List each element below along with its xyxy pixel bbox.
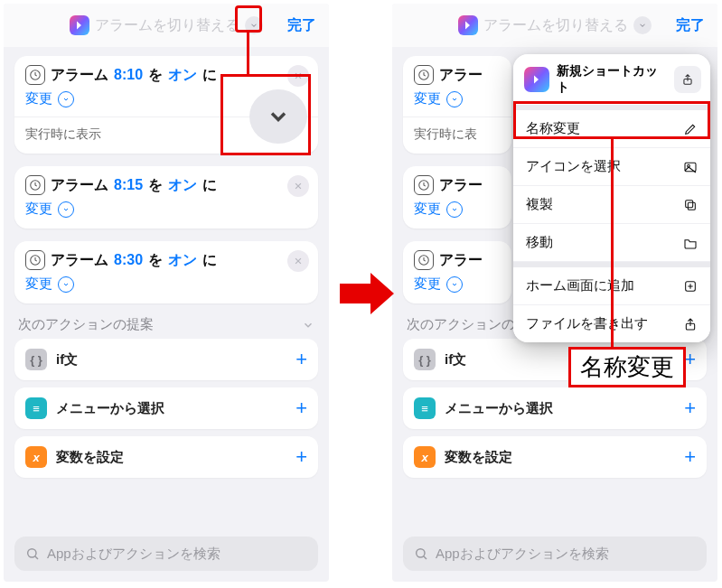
action-card[interactable]: アラーム 8:30 を オン に 変更 — [14, 241, 318, 303]
popover-title: 新規ショートカット — [557, 63, 667, 96]
editor-header: アラームを切り替える 完了 — [392, 4, 717, 47]
plus-icon: + — [295, 348, 307, 371]
action-card[interactable]: アラー 変更 — [403, 166, 511, 229]
chevron-down-icon — [446, 91, 463, 107]
clock-icon — [25, 250, 45, 270]
clock-icon — [414, 250, 434, 270]
svg-rect-12 — [688, 202, 695, 210]
suggestion-item[interactable]: { } if文 + — [14, 339, 318, 380]
highlight-connector — [611, 139, 614, 356]
suggestion-item[interactable]: x 変数を設定 + — [14, 436, 318, 478]
change-button[interactable]: 変更 — [414, 275, 501, 293]
action-card[interactable]: アラー 変更 — [403, 241, 511, 303]
delete-action-button[interactable] — [287, 175, 309, 197]
clock-icon — [414, 175, 434, 195]
share-icon — [683, 317, 698, 331]
shortcuts-app-icon — [524, 67, 549, 92]
pencil-icon — [683, 122, 698, 136]
suggestions-heading[interactable]: 次のアクションの提案 — [4, 303, 329, 339]
change-button[interactable]: 変更 — [25, 275, 307, 293]
image-icon — [683, 160, 698, 174]
action-list: アラーム 8:10 を オン に 変更 実行時に表示 アラーム 8 — [4, 47, 329, 303]
shortcut-title: アラームを切り替える — [95, 16, 239, 35]
search-icon — [414, 546, 428, 561]
search-field[interactable]: Appおよびアクションを検索 — [14, 537, 318, 571]
phone-right: アラームを切り替える 完了 アラー 変更 実行時に表 — [392, 4, 717, 582]
chevron-down-icon — [302, 319, 314, 331]
phone-left: アラームを切り替える 完了 アラーム 8:10 を — [4, 4, 329, 582]
variable-icon: x — [25, 446, 47, 468]
search-icon — [25, 546, 40, 561]
clock-icon — [414, 65, 434, 85]
delete-action-button[interactable] — [287, 250, 309, 272]
plus-icon: + — [295, 397, 307, 420]
done-button[interactable]: 完了 — [287, 4, 316, 47]
chevron-down-icon — [58, 276, 74, 293]
suggestion-item[interactable]: ≡ メニューから選択 + — [14, 387, 318, 429]
plus-icon: + — [684, 348, 696, 371]
shortcuts-app-icon — [458, 15, 478, 35]
svg-rect-10 — [685, 163, 696, 171]
variable-icon: x — [414, 446, 436, 468]
change-button[interactable]: 変更 — [414, 201, 501, 218]
plus-icon: + — [684, 397, 696, 420]
expand-chevron-button[interactable] — [249, 89, 307, 144]
search-field[interactable]: Appおよびアクションを検索 — [403, 537, 707, 571]
clock-icon — [25, 65, 45, 85]
highlight-connector — [247, 33, 249, 74]
suggestion-item[interactable]: ≡ メニューから選択 + — [403, 387, 707, 429]
chevron-down-icon — [58, 91, 74, 107]
svg-marker-4 — [340, 273, 394, 314]
title-chevron-button[interactable] — [633, 16, 652, 34]
chevron-down-icon — [58, 201, 74, 218]
if-icon: { } — [414, 349, 436, 370]
plus-box-icon — [683, 279, 698, 294]
done-button[interactable]: 完了 — [676, 4, 705, 47]
editor-header: アラームを切り替える 完了 — [4, 4, 329, 47]
action-card[interactable]: アラー 変更 実行時に表 — [403, 56, 511, 154]
share-button[interactable] — [674, 66, 701, 93]
action-card[interactable]: アラーム 8:15 を オン に 変更 — [14, 166, 318, 229]
duplicate-icon — [683, 198, 698, 212]
suggestion-item[interactable]: x 変数を設定 + — [403, 436, 707, 478]
arrow-icon — [340, 271, 394, 316]
plus-icon: + — [684, 445, 696, 469]
clock-icon — [25, 175, 45, 195]
shortcuts-app-icon — [70, 15, 89, 35]
menu-icon: ≡ — [414, 397, 436, 419]
chevron-down-icon — [446, 201, 463, 218]
change-button[interactable]: 変更 — [25, 201, 307, 218]
plus-icon: + — [295, 445, 307, 469]
delete-action-button[interactable] — [287, 65, 309, 87]
change-button[interactable]: 変更 — [414, 90, 501, 107]
folder-icon — [683, 236, 698, 250]
title-chevron-button[interactable] — [245, 16, 263, 34]
svg-point-8 — [417, 549, 425, 557]
svg-point-3 — [28, 549, 36, 557]
menu-icon: ≡ — [25, 397, 47, 419]
suggestions-list: { } if文 + ≡ メニューから選択 + x 変数を設定 + — [4, 339, 329, 478]
svg-rect-13 — [686, 200, 693, 207]
chevron-down-icon — [446, 276, 463, 293]
if-icon: { } — [25, 349, 47, 370]
callout-label: 名称変更 — [568, 347, 686, 387]
shortcut-title: アラームを切り替える — [483, 16, 628, 35]
